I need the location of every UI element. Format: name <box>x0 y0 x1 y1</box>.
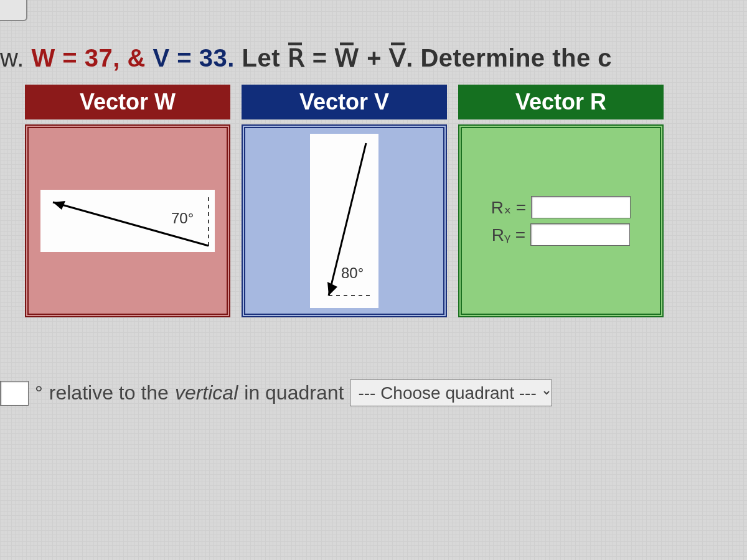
panel-vector-w: Vector W 70° <box>25 85 230 317</box>
page-tab-corner <box>0 0 27 21</box>
rx-input[interactable] <box>531 196 631 218</box>
ry-input[interactable] <box>530 223 630 246</box>
w-magnitude: W = 37, <box>31 44 120 72</box>
v-magnitude: V = 33. <box>153 44 234 72</box>
direction-row: ° relative to the vertical in quadrant -… <box>0 380 747 406</box>
header-vector-w: Vector W <box>25 85 230 119</box>
header-vector-r: Vector R <box>458 85 664 119</box>
problem-rest: Let R̅ = W̅ + V̅. Determine the c <box>235 44 612 72</box>
vector-panels: Vector W 70° Vector V <box>0 85 747 317</box>
problem-statement: w. W = 37, & V = 33. Let R̅ = W̅ + V̅. D… <box>0 25 747 85</box>
angle-w-label: 70° <box>171 210 194 227</box>
ry-label: Rᵧ = <box>492 225 525 245</box>
svg-marker-2 <box>53 201 65 210</box>
header-vector-v: Vector V <box>242 85 447 119</box>
ampersand: & <box>120 44 153 72</box>
angle-v-label: 80° <box>341 264 364 282</box>
bottom-text-1: relative to the <box>49 381 169 404</box>
result-vector-r: Rₓ = Rᵧ = <box>458 124 664 317</box>
angle-input[interactable] <box>0 381 29 406</box>
bottom-text-2: in quadrant <box>244 381 344 404</box>
diagram-vector-v: 80° <box>242 124 447 317</box>
rx-label: Rₓ = <box>491 197 526 218</box>
degree-symbol: ° <box>35 381 43 404</box>
ry-row: Rᵧ = <box>492 223 630 246</box>
diagram-vector-w: 70° <box>25 124 230 317</box>
arrow-v-svg <box>310 134 378 308</box>
quadrant-select[interactable]: --- Choose quadrant --- <box>350 380 552 406</box>
panel-vector-r: Vector R Rₓ = Rᵧ = <box>458 85 664 317</box>
problem-prefix: w. <box>0 44 31 72</box>
bottom-vertical-word: vertical <box>175 381 238 404</box>
panel-vector-v: Vector V 80° <box>242 85 447 317</box>
rx-row: Rₓ = <box>491 196 631 218</box>
